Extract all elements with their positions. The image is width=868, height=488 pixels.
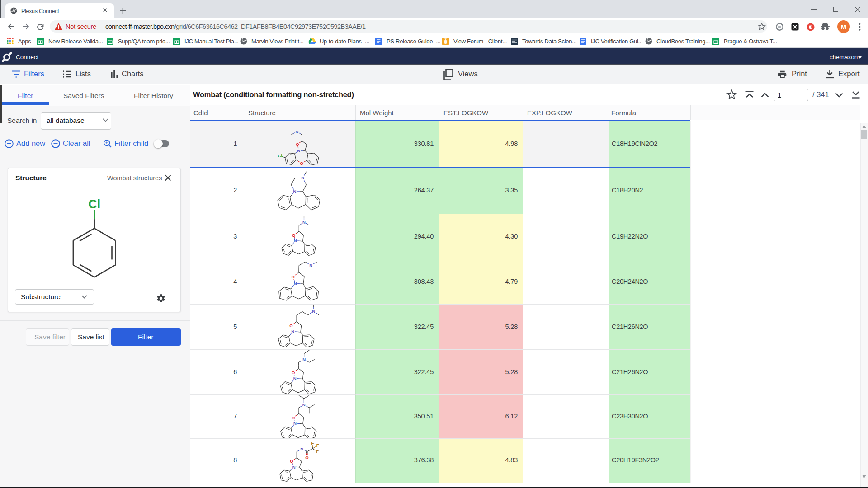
svg-text:O: O — [289, 323, 292, 328]
svg-text:N: N — [302, 220, 306, 225]
svg-text:N: N — [302, 357, 306, 362]
svg-text:N: N — [301, 175, 304, 180]
svg-text:N: N — [295, 129, 298, 134]
svg-text:F: F — [311, 441, 314, 446]
svg-text:O: O — [292, 274, 295, 279]
svg-text:N: N — [293, 189, 297, 194]
svg-text:O: O — [305, 455, 308, 460]
svg-text:N: N — [294, 238, 297, 243]
svg-text:N: N — [294, 281, 297, 286]
svg-text:Cl: Cl — [278, 153, 283, 158]
svg-text:N: N — [312, 309, 315, 314]
svg-text:F: F — [316, 443, 319, 448]
svg-text:O: O — [296, 142, 299, 147]
svg-text:N: N — [292, 465, 296, 469]
svg-text:O: O — [292, 415, 295, 420]
svg-text:N: N — [297, 148, 300, 153]
svg-text:N: N — [300, 446, 303, 451]
svg-text:O: O — [300, 161, 303, 166]
svg-text:Cl: Cl — [88, 197, 100, 211]
svg-text:N: N — [293, 376, 297, 381]
svg-text:N: N — [309, 263, 312, 268]
svg-text:N: N — [293, 421, 297, 426]
svg-text:F: F — [316, 449, 319, 454]
svg-text:O: O — [292, 370, 295, 375]
svg-text:N: N — [291, 329, 294, 334]
svg-text:N: N — [302, 402, 306, 407]
svg-text:O: O — [290, 459, 293, 464]
svg-text:O: O — [292, 233, 295, 238]
